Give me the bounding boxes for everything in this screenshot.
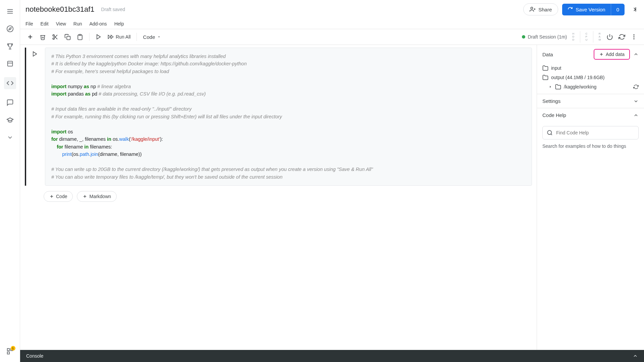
add-cell-icon[interactable] (27, 34, 34, 40)
code-cell[interactable]: # This Python 3 environment comes with m… (25, 48, 532, 186)
version-count[interactable]: 0 (611, 4, 625, 15)
svg-marker-22 (158, 37, 160, 38)
working-label: /kaggle/working (564, 84, 596, 89)
codehelp-search[interactable] (542, 126, 639, 139)
svg-rect-9 (7, 352, 9, 354)
notification-badge: 1 (11, 346, 15, 351)
database-icon[interactable] (6, 60, 14, 68)
cut-icon[interactable] (52, 34, 58, 40)
chevron-down-icon[interactable] (6, 133, 14, 141)
share-label: Share (538, 7, 552, 12)
svg-point-25 (633, 38, 634, 39)
cell-run-icon[interactable] (32, 51, 39, 58)
ram-meter: RAM (599, 33, 601, 41)
comments-icon[interactable] (6, 99, 14, 107)
svg-marker-4 (9, 27, 11, 30)
menu-run[interactable]: Run (73, 21, 82, 26)
chevron-up-icon[interactable] (633, 52, 639, 57)
draft-status: Draft saved (101, 7, 125, 12)
notebook-title[interactable]: notebooke01bc31af1 (25, 5, 95, 14)
svg-rect-18 (79, 34, 81, 35)
svg-point-3 (7, 26, 13, 32)
add-code-label: Code (56, 194, 67, 199)
svg-point-23 (633, 35, 634, 36)
notebook-area: # This Python 3 environment comes with m… (20, 45, 537, 350)
svg-point-13 (53, 35, 54, 36)
output-folder[interactable]: output (44.1MB / 19.6GB) (542, 74, 639, 80)
activity-icon[interactable]: 1 (6, 347, 14, 355)
menu-bar: File Edit View Run Add-ons Help (20, 19, 644, 29)
left-nav-rail: 1 (0, 0, 20, 362)
cell-type-dropdown[interactable]: Code (143, 34, 161, 40)
paste-icon[interactable] (77, 34, 83, 40)
menu-addons[interactable]: Add-ons (89, 21, 107, 26)
settings-label: Settings (542, 98, 560, 104)
cell-type-label: Code (143, 34, 155, 40)
svg-marker-33 (550, 86, 551, 88)
cell-active-marker (25, 48, 26, 186)
run-cell-icon[interactable] (96, 34, 102, 40)
console-expand-icon[interactable] (633, 353, 638, 359)
refresh-icon[interactable] (633, 84, 639, 89)
svg-point-14 (53, 38, 54, 39)
session-status: Draft Session (1m) (522, 34, 567, 40)
code-icon[interactable] (4, 77, 16, 89)
svg-rect-7 (7, 349, 9, 351)
run-all-label: Run All (116, 34, 130, 40)
add-code-button[interactable]: Code (44, 191, 73, 202)
power-icon[interactable] (606, 34, 613, 40)
run-all-button[interactable]: Run All (108, 34, 130, 40)
working-folder[interactable]: /kaggle/working (542, 84, 639, 90)
hdd-meter: HDD (572, 33, 574, 41)
svg-marker-19 (97, 35, 101, 39)
cpu-meter: CPU (586, 33, 588, 41)
chevron-up-icon (633, 113, 639, 118)
right-panel: Data Add data input output (44.1MB / 19.… (537, 45, 644, 350)
codehelp-header[interactable]: Code Help (537, 108, 644, 122)
svg-marker-26 (33, 52, 37, 56)
session-label: Draft Session (1m) (528, 34, 567, 40)
codehelp-label: Code Help (542, 112, 566, 118)
delete-cell-icon[interactable] (40, 34, 46, 40)
settings-header[interactable]: Settings (537, 94, 644, 108)
console-bar[interactable]: Console (20, 350, 644, 362)
add-markdown-label: Markdown (89, 194, 111, 199)
graduation-icon[interactable] (6, 116, 14, 124)
output-label: output (44.1MB / 19.6GB) (551, 75, 605, 80)
svg-point-34 (547, 130, 551, 134)
input-folder[interactable]: input (542, 65, 639, 71)
status-dot-icon (522, 35, 525, 39)
menu-edit[interactable]: Edit (41, 21, 49, 26)
add-data-button[interactable]: Add data (594, 49, 630, 60)
console-label: Console (26, 353, 43, 359)
svg-point-24 (633, 36, 634, 37)
save-label: Save Version (576, 7, 605, 12)
menu-view[interactable]: View (56, 21, 66, 26)
save-version-button[interactable]: Save Version 0 (562, 4, 625, 15)
data-panel-title: Data (542, 52, 553, 57)
copy-icon[interactable] (64, 34, 71, 40)
compass-icon[interactable] (6, 25, 14, 33)
share-button[interactable]: Share (523, 3, 558, 15)
codehelp-hint: Search for examples of how to do things (537, 143, 644, 154)
codehelp-input[interactable] (556, 130, 634, 135)
more-icon[interactable] (631, 34, 637, 40)
header: notebooke01bc31af1 Draft saved Share Sav… (20, 0, 644, 19)
menu-file[interactable]: File (25, 21, 33, 26)
svg-marker-21 (108, 35, 111, 39)
trophy-icon[interactable] (6, 42, 14, 50)
input-label: input (551, 65, 561, 71)
add-markdown-button[interactable]: Markdown (77, 191, 117, 202)
svg-rect-5 (7, 61, 12, 66)
restart-icon[interactable] (619, 34, 625, 40)
toolbar: Run All Code Draft Session (1m) HDD CPU … (20, 29, 644, 45)
svg-line-35 (551, 134, 552, 135)
svg-marker-20 (111, 35, 113, 39)
add-data-label: Add data (606, 52, 625, 57)
menu-help[interactable]: Help (114, 21, 124, 26)
collapse-panel-icon[interactable] (629, 4, 639, 14)
svg-rect-17 (67, 36, 70, 40)
chevron-down-icon (633, 99, 639, 104)
code-editor[interactable]: # This Python 3 environment comes with m… (45, 48, 532, 186)
hamburger-icon[interactable] (6, 7, 14, 15)
